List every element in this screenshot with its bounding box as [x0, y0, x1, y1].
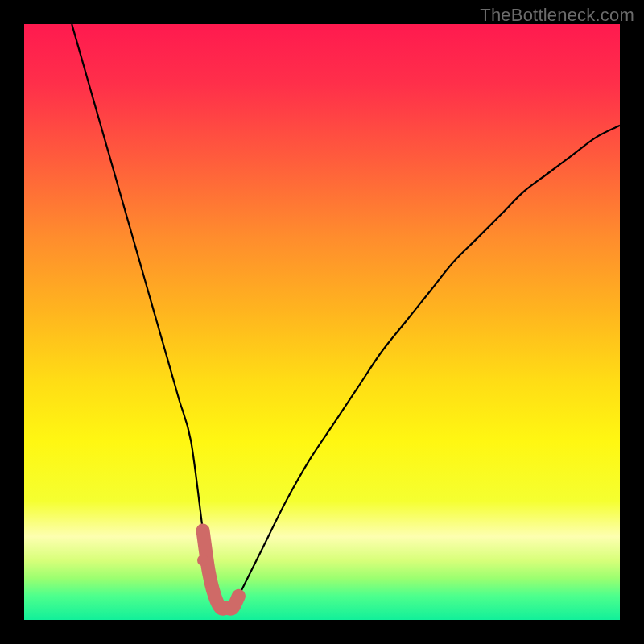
bottleneck-curve	[72, 24, 620, 609]
trough-dot	[197, 555, 208, 566]
chart-svg	[24, 24, 620, 620]
chart-stage: TheBottleneck.com	[0, 0, 644, 644]
trough-highlight	[203, 530, 238, 609]
watermark-text: TheBottleneck.com	[480, 5, 634, 26]
plot-area	[24, 24, 620, 620]
